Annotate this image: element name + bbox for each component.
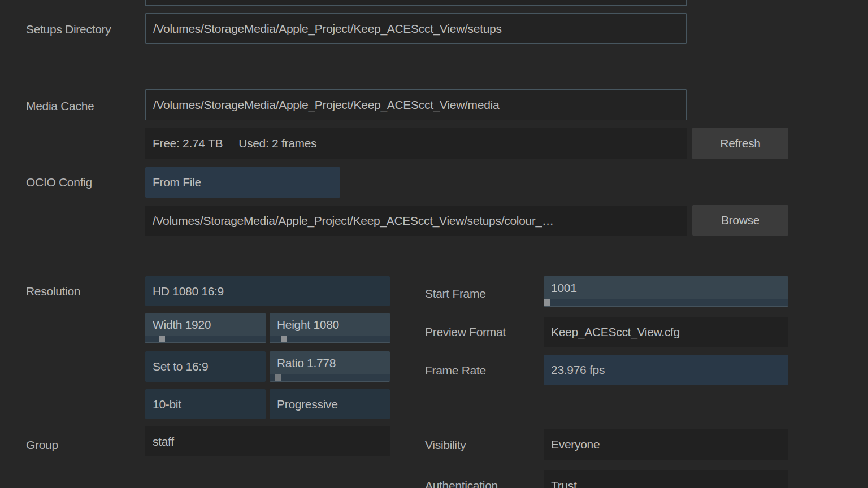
media-cache-usage-bar: Free: 2.74 TB Used: 2 frames <box>145 128 687 159</box>
visibility-label: Visibility <box>425 430 466 460</box>
width-value: Width 1920 <box>145 313 266 337</box>
height-value: Height 1080 <box>270 313 390 337</box>
preview-format-label: Preview Format <box>425 317 506 347</box>
ratio-field[interactable]: Ratio 1.778 <box>270 351 390 382</box>
start-frame-label: Start Frame <box>425 278 486 309</box>
width-field[interactable]: Width 1920 <box>145 313 266 343</box>
resolution-label: Resolution <box>26 276 80 306</box>
width-slider-handle[interactable] <box>159 336 165 342</box>
start-frame-slider-track[interactable] <box>544 299 788 306</box>
frame-rate-dropdown[interactable]: 23.976 fps <box>544 355 788 385</box>
group-label: Group <box>26 430 58 460</box>
bit-depth-dropdown[interactable]: 10-bit <box>145 389 266 419</box>
setups-directory-input[interactable]: /Volumes/StorageMedia/Apple_Project/Keep… <box>145 13 687 44</box>
browse-button[interactable]: Browse <box>692 205 788 236</box>
start-frame-field[interactable]: 1001 <box>544 276 788 307</box>
cut-off-top-field[interactable] <box>145 0 687 6</box>
height-slider-track[interactable] <box>270 336 390 342</box>
preview-format-field: Keep_ACEScct_View.cfg <box>544 317 788 347</box>
visibility-field: Everyone <box>544 429 788 460</box>
authentication-field: Trust <box>544 470 788 488</box>
ratio-value: Ratio 1.778 <box>270 351 390 375</box>
ratio-slider-handle[interactable] <box>275 374 281 381</box>
used-space-text: Used: 2 frames <box>238 137 316 150</box>
refresh-button[interactable]: Refresh <box>692 128 788 159</box>
project-settings-panel: Setups Directory /Volumes/StorageMedia/A… <box>0 0 868 488</box>
authentication-label: Authentication <box>425 470 498 488</box>
media-cache-label: Media Cache <box>26 91 94 121</box>
free-space-text: Free: 2.74 TB <box>153 137 223 150</box>
height-slider-handle[interactable] <box>281 336 287 342</box>
resolution-preset-dropdown[interactable]: HD 1080 16:9 <box>145 276 390 306</box>
width-slider-track[interactable] <box>145 336 266 342</box>
ocio-path-field: /Volumes/StorageMedia/Apple_Project/Keep… <box>145 206 687 236</box>
frame-rate-label: Frame Rate <box>425 355 486 386</box>
ratio-slider-track[interactable] <box>270 374 390 381</box>
setups-directory-label: Setups Directory <box>26 14 111 45</box>
ocio-config-label: OCIO Config <box>26 167 92 198</box>
set-to-169-button[interactable]: Set to 16:9 <box>145 351 266 382</box>
group-field: staff <box>145 426 390 456</box>
start-frame-value: 1001 <box>544 276 788 300</box>
start-frame-slider-handle[interactable] <box>544 299 550 306</box>
media-cache-input[interactable]: /Volumes/StorageMedia/Apple_Project/Keep… <box>145 89 687 120</box>
ocio-mode-dropdown[interactable]: From File <box>145 167 340 198</box>
height-field[interactable]: Height 1080 <box>270 313 390 343</box>
scan-mode-dropdown[interactable]: Progressive <box>270 389 390 419</box>
